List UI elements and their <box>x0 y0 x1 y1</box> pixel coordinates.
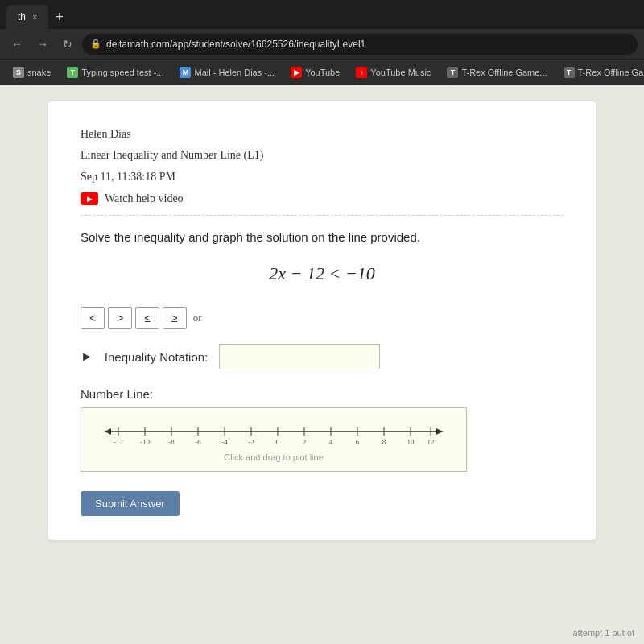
number-line-box[interactable]: -12 -10 -8 -6 -4 -2 0 2 <box>80 407 467 472</box>
youtube-play-icon: ▶ <box>80 192 98 205</box>
forward-button[interactable]: → <box>32 35 53 54</box>
bookmark-youtube[interactable]: ▶ YouTube <box>284 64 346 80</box>
trex1-icon: T <box>447 67 458 78</box>
svg-text:-2: -2 <box>248 438 254 446</box>
tab-bar: th × + <box>0 0 644 29</box>
tab-close-button[interactable]: × <box>32 12 37 22</box>
bookmark-trex1-label: T-Rex Offline Game... <box>461 68 547 77</box>
bookmark-mail-label: Mail - Helen Dias -... <box>194 68 275 77</box>
user-name: Helen Dias <box>80 126 564 143</box>
datetime: Sep 11, 11:38:18 PM <box>80 168 564 186</box>
symbol-buttons-row: < > ≤ ≥ or <box>80 307 564 329</box>
greater-equal-button[interactable]: ≥ <box>163 307 187 329</box>
mail-icon: M <box>180 67 191 78</box>
bookmark-typing[interactable]: T Typing speed test -... <box>60 64 170 80</box>
submit-answer-button[interactable]: Submit Answer <box>80 491 180 516</box>
assignment-title: Linear Inequality and Number Line (L1) <box>80 147 564 164</box>
watch-video-label: Watch help video <box>105 192 184 205</box>
svg-text:-8: -8 <box>168 438 175 446</box>
inequality-notation-input[interactable] <box>219 344 380 369</box>
youtube-music-icon: ♪ <box>356 67 367 78</box>
back-button[interactable]: ← <box>6 35 27 54</box>
equation: 2x − 12 < −10 <box>80 263 564 284</box>
browser-frame: th × + ← → ↻ 🔒 deltamath.com/app/student… <box>0 0 644 644</box>
svg-text:0: 0 <box>276 438 280 446</box>
new-tab-button[interactable]: + <box>48 5 70 29</box>
svg-text:-12: -12 <box>114 438 123 446</box>
page-background: Helen Dias Linear Inequality and Number … <box>0 85 644 644</box>
number-line-svg[interactable]: -12 -10 -8 -6 -4 -2 0 2 <box>94 417 453 449</box>
greater-than-button[interactable]: > <box>108 307 132 329</box>
svg-text:6: 6 <box>356 438 360 446</box>
svg-text:2: 2 <box>303 438 307 446</box>
address-bar[interactable]: 🔒 deltamath.com/app/student/solve/166255… <box>82 34 638 55</box>
tab-label: th <box>18 11 26 23</box>
svg-text:-6: -6 <box>195 438 201 446</box>
less-than-button[interactable]: < <box>80 307 105 329</box>
nav-bar: ← → ↻ 🔒 deltamath.com/app/student/solve/… <box>0 29 644 60</box>
page-content: Helen Dias Linear Inequality and Number … <box>48 101 596 540</box>
inequality-notation-label: Inequality Notation: <box>105 350 208 364</box>
or-label: or <box>193 312 202 324</box>
less-equal-button[interactable]: ≤ <box>135 307 159 329</box>
cursor-icon: ► <box>80 349 93 364</box>
number-line-label: Number Line: <box>80 387 564 401</box>
refresh-button[interactable]: ↻ <box>58 35 77 54</box>
bookmark-youtube-label: YouTube <box>305 68 340 77</box>
trex2-icon: T <box>564 67 575 78</box>
bookmark-typing-label: Typing speed test -... <box>81 68 163 77</box>
number-line-hint: Click and drag to plot line <box>224 452 324 462</box>
bookmark-snake[interactable]: S snake <box>6 64 57 80</box>
watch-video-row[interactable]: ▶ Watch help video <box>80 192 564 205</box>
bookmarks-bar: S snake T Typing speed test -... M Mail … <box>0 60 644 85</box>
youtube-icon: ▶ <box>291 67 302 78</box>
snake-icon: S <box>13 67 24 78</box>
active-tab[interactable]: th × <box>6 5 48 29</box>
svg-text:4: 4 <box>329 438 333 446</box>
svg-text:10: 10 <box>407 438 415 446</box>
lock-icon: 🔒 <box>90 39 101 49</box>
bookmark-trex2[interactable]: T T-Rex Offline Game... <box>557 64 644 80</box>
typing-icon: T <box>67 67 78 78</box>
svg-marker-2 <box>436 428 443 435</box>
svg-text:-10: -10 <box>140 438 150 446</box>
divider <box>80 215 564 216</box>
svg-marker-1 <box>105 428 111 435</box>
attempt-info: attempt 1 out of <box>573 628 634 638</box>
url-text: deltamath.com/app/student/solve/16625526… <box>106 39 365 50</box>
bookmark-youtube-music[interactable]: ♪ YouTube Music <box>349 64 437 80</box>
svg-text:-4: -4 <box>221 438 228 446</box>
svg-text:12: 12 <box>427 438 435 446</box>
bookmark-snake-label: snake <box>27 68 51 77</box>
problem-instruction: Solve the inequality and graph the solut… <box>80 230 564 244</box>
inequality-notation-row: ► Inequality Notation: <box>80 344 564 369</box>
bookmark-trex1[interactable]: T T-Rex Offline Game... <box>440 64 553 80</box>
bookmark-youtube-music-label: YouTube Music <box>370 68 431 77</box>
svg-text:8: 8 <box>382 438 386 446</box>
number-line-section: Number Line: -12 -10 <box>80 387 564 472</box>
bookmark-trex2-label: T-Rex Offline Game... <box>578 68 644 77</box>
bookmark-mail[interactable]: M Mail - Helen Dias -... <box>173 64 281 80</box>
